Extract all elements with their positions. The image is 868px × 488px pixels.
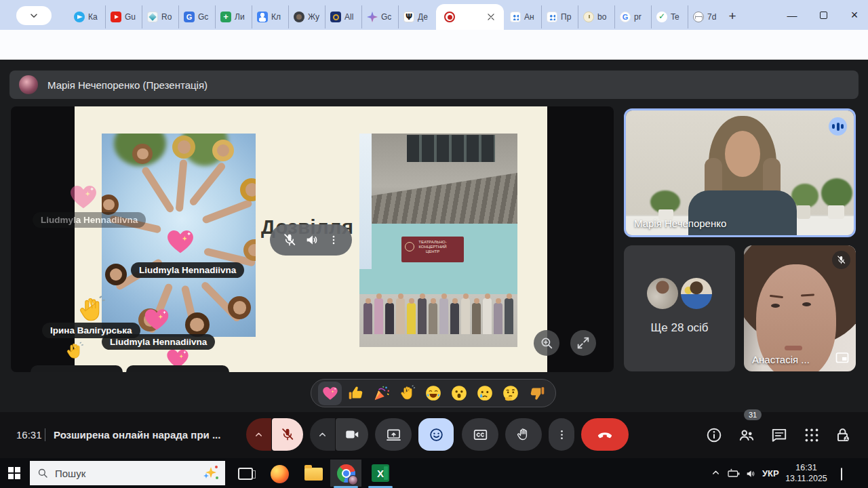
close-tab-icon[interactable] <box>486 12 496 22</box>
ro-favicon <box>147 12 158 22</box>
volume-icon[interactable] <box>745 468 757 479</box>
reaction-heart-button[interactable] <box>321 384 339 403</box>
smiley-icon <box>429 427 444 443</box>
chat-button[interactable] <box>770 426 788 444</box>
copilot-spark-icon[interactable] <box>203 466 218 481</box>
expand-button[interactable] <box>570 330 596 356</box>
new-tab-button[interactable]: + <box>723 7 742 26</box>
name-tag-cutoff <box>31 365 123 372</box>
activities-button[interactable] <box>803 426 821 444</box>
bluegrid-favicon <box>510 12 521 22</box>
reaction-surprised-button[interactable] <box>450 384 469 403</box>
taskbar-search[interactable]: Пошук <box>30 461 225 485</box>
captions-button[interactable] <box>462 418 498 451</box>
reaction-thumbup-button[interactable] <box>347 384 365 403</box>
reaction-thumbdown-button[interactable] <box>528 384 546 403</box>
tab-label: Ка <box>88 12 98 22</box>
excel-taskbar-icon[interactable]: X <box>365 460 396 487</box>
expand-icon <box>576 336 591 350</box>
zoom-in-button[interactable] <box>534 330 559 356</box>
greencross-favicon <box>220 12 231 22</box>
tab-label: Gc <box>198 12 208 22</box>
tab-label: All <box>344 12 353 22</box>
tab-label: 7d <box>707 12 716 22</box>
clock-time: 16:31 <box>785 462 827 473</box>
language-indicator[interactable]: УКР <box>762 468 779 479</box>
battery-icon[interactable] <box>727 468 741 479</box>
meeting-info-button[interactable] <box>705 426 723 444</box>
browser-tab[interactable]: Жу <box>289 5 326 28</box>
thinking-icon <box>502 384 519 402</box>
tile-more-people[interactable]: Ще 28 осіб <box>624 245 735 371</box>
presenter-banner: Марія Нечепоренко (Презентація) <box>9 70 859 99</box>
active-tab[interactable] <box>436 4 504 30</box>
reaction-cry-button[interactable] <box>476 384 494 403</box>
camera-toggle-button[interactable] <box>336 418 368 451</box>
reaction-joy-button[interactable] <box>425 384 443 403</box>
browser-tab[interactable]: 7d <box>688 5 725 28</box>
browser-tab[interactable]: Пр <box>542 5 578 28</box>
browser-tab[interactable]: Ли <box>216 5 252 28</box>
more-options-button[interactable] <box>549 418 574 451</box>
browser-tab[interactable]: Gc <box>362 5 399 28</box>
reaction-thinking-button[interactable] <box>502 384 520 403</box>
browser-tab[interactable]: Ка <box>69 5 106 28</box>
speaker-icon[interactable] <box>304 232 319 247</box>
picture-in-picture-icon[interactable] <box>834 350 850 366</box>
more-options-icon[interactable] <box>328 234 340 246</box>
tab-label: Ли <box>235 12 245 22</box>
raise-hand-button[interactable] <box>505 418 542 451</box>
task-view-button[interactable] <box>232 464 259 484</box>
mic-options-chevron[interactable] <box>246 418 271 451</box>
audio-activity-indicator <box>829 117 847 136</box>
browser-tab[interactable]: Де <box>399 5 435 28</box>
tab-search-button[interactable] <box>16 6 52 25</box>
video-tile-participant[interactable]: Анастасія ... <box>744 245 856 371</box>
browser-tab[interactable]: Кл <box>252 5 289 28</box>
window-maximize-button[interactable] <box>808 0 838 30</box>
browser-tab[interactable]: pr <box>615 5 652 28</box>
darkface-favicon <box>294 12 304 22</box>
video-tile-speaker[interactable]: Марія Нечепоренко <box>624 108 856 237</box>
window-minimize-button[interactable]: — <box>777 0 807 30</box>
chevron-down-icon <box>28 10 39 21</box>
floating-audio-controls[interactable] <box>270 224 352 256</box>
camera-options-chevron[interactable] <box>310 418 335 451</box>
reaction-clap-button[interactable] <box>398 384 416 403</box>
end-call-button[interactable] <box>581 418 629 451</box>
mic-off-icon <box>836 255 846 265</box>
tab-label: Gc <box>381 12 391 22</box>
browser-tab[interactable]: Gc <box>179 5 216 28</box>
start-button[interactable] <box>8 467 20 479</box>
present-button[interactable] <box>375 418 412 451</box>
tab-label: Ro <box>161 12 172 22</box>
host-controls-button[interactable] <box>834 426 852 444</box>
notification-center-icon[interactable] <box>841 468 842 481</box>
browser-tab[interactable]: Ro <box>142 5 179 28</box>
search-placeholder: Пошук <box>55 468 197 479</box>
firefox-taskbar-icon[interactable] <box>266 464 293 484</box>
browser-tab[interactable]: Ан <box>505 5 542 28</box>
system-clock[interactable]: 16:31 13.11.2025 <box>785 462 827 484</box>
party-icon <box>373 384 391 402</box>
browser-tab[interactable]: bo <box>578 5 615 28</box>
participants-button[interactable] <box>738 426 755 444</box>
reactions-toggle-button[interactable] <box>418 418 454 451</box>
file-explorer-taskbar-icon[interactable] <box>300 464 327 484</box>
window-close-button[interactable]: × <box>840 0 868 30</box>
call-control-bar: 16:31 Розширена онлайн нарада при ... 31 <box>0 412 868 458</box>
browser-tab[interactable]: Te <box>652 5 688 28</box>
browser-tab[interactable]: All <box>326 5 362 28</box>
chrome-taskbar-icon[interactable] <box>330 460 361 487</box>
browser-tab[interactable]: Gu <box>106 5 142 28</box>
reaction-party-button[interactable] <box>372 384 391 403</box>
blueperson-favicon <box>257 12 268 22</box>
thumbdown-icon <box>528 384 546 402</box>
mic-toggle-button[interactable] <box>272 418 303 451</box>
hand-icon <box>516 427 531 442</box>
browser-toolbar: meet.google.com/cps-mvwd-nay?authuser=0 <box>0 30 868 60</box>
presentation-stage[interactable]: ТЕАТРАЛЬНО- КОНЦЕРТНИЙ ЦЕНТР Дозвілля Li… <box>11 106 614 372</box>
tray-expand-icon[interactable] <box>711 468 721 478</box>
mic-off-icon <box>280 427 295 442</box>
mic-off-icon[interactable] <box>282 232 297 247</box>
